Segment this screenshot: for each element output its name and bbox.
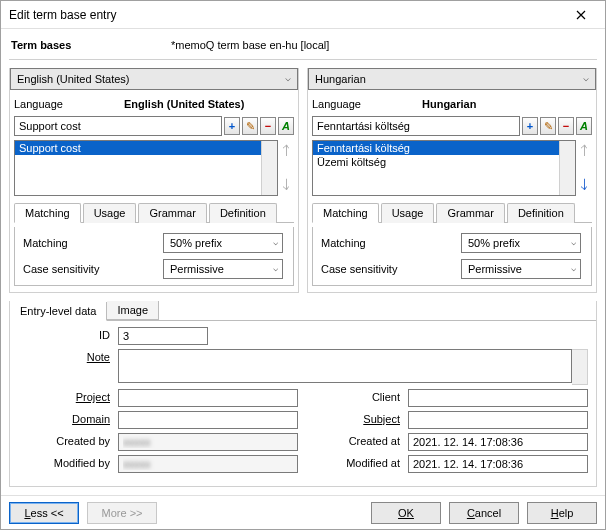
auto-term-button[interactable]: A xyxy=(576,117,592,135)
dialog-footer: Less << More >> OK Cancel Help xyxy=(1,495,605,529)
edit-term-button[interactable]: ✎ xyxy=(540,117,556,135)
lang-value-target: Hungarian xyxy=(422,98,476,110)
auto-term-button[interactable]: A xyxy=(278,117,294,135)
delete-term-button[interactable]: − xyxy=(260,117,276,135)
language-panes: English (United States) ⌵ Language Engli… xyxy=(9,68,597,293)
chevron-down-icon: ⌵ xyxy=(571,263,576,273)
scrollbar[interactable] xyxy=(261,141,277,195)
move-up-icon[interactable]: 🡑 xyxy=(578,144,592,158)
matching-select-source[interactable]: 50% prefix ⌵ xyxy=(163,233,283,253)
edit-term-button[interactable]: ✎ xyxy=(242,117,258,135)
tab-matching[interactable]: Matching xyxy=(312,203,379,223)
tab-usage[interactable]: Usage xyxy=(381,203,435,223)
createdby-field[interactable] xyxy=(118,433,298,451)
case-label: Case sensitivity xyxy=(321,263,461,275)
lang-select-target[interactable]: Hungarian ⌵ xyxy=(308,68,596,90)
term-list-target[interactable]: Fenntartási költség Üzemi költség xyxy=(312,140,576,196)
move-up-icon[interactable]: 🡑 xyxy=(280,144,294,158)
pane-source: English (United States) ⌵ Language Engli… xyxy=(9,68,299,293)
lang-row-target: Language Hungarian xyxy=(312,94,592,112)
pane-target: Hungarian ⌵ Language Hungarian + ✎ − A F… xyxy=(307,68,597,293)
domain-label: Domain xyxy=(18,411,118,425)
chevron-down-icon: ⌵ xyxy=(571,237,576,247)
id-field[interactable] xyxy=(118,327,208,345)
note-label: Note xyxy=(18,349,118,363)
domain-field[interactable] xyxy=(118,411,298,429)
matching-select-target[interactable]: 50% prefix ⌵ xyxy=(461,233,581,253)
dialog-content: Term bases *memoQ term base en-hu [local… xyxy=(1,29,605,495)
case-label: Case sensitivity xyxy=(23,263,163,275)
lang-select-target-value: Hungarian xyxy=(315,73,366,85)
project-field[interactable] xyxy=(118,389,298,407)
entry-tabs: Entry-level data Image xyxy=(10,301,596,321)
reorder-arrows-target: 🡑 🡓 xyxy=(578,140,592,196)
lang-value-source: English (United States) xyxy=(124,98,244,110)
delete-term-button[interactable]: − xyxy=(558,117,574,135)
reorder-arrows-source: 🡑 🡓 xyxy=(280,140,294,196)
entry-body: ID Note Project Domain Created by Mo xyxy=(14,321,592,482)
list-item[interactable]: Fenntartási költség xyxy=(313,141,575,155)
tab-grammar[interactable]: Grammar xyxy=(436,203,504,223)
dialog-edit-term-base-entry: Edit term base entry Term bases *memoQ t… xyxy=(0,0,606,530)
tab-entry-level-data[interactable]: Entry-level data xyxy=(10,302,107,321)
modifiedat-field[interactable] xyxy=(408,455,588,473)
tab-usage[interactable]: Usage xyxy=(83,203,137,223)
scrollbar[interactable] xyxy=(572,349,588,385)
modifiedby-field[interactable] xyxy=(118,455,298,473)
add-term-button[interactable]: + xyxy=(224,117,240,135)
tab-matching[interactable]: Matching xyxy=(14,203,81,223)
termbases-value: *memoQ term base en-hu [local] xyxy=(171,39,329,51)
modifiedat-label: Modified at xyxy=(308,455,408,469)
cancel-button[interactable]: Cancel xyxy=(449,502,519,524)
scrollbar[interactable] xyxy=(559,141,575,195)
list-item[interactable]: Support cost xyxy=(15,141,277,155)
term-input-row-source: + ✎ − A xyxy=(14,116,294,136)
ok-button[interactable]: OK xyxy=(371,502,441,524)
subject-label: Subject xyxy=(308,411,408,425)
case-select-source[interactable]: Permissive ⌵ xyxy=(163,259,283,279)
chevron-down-icon: ⌵ xyxy=(273,237,278,247)
chevron-down-icon: ⌵ xyxy=(583,72,589,83)
entry-block: Entry-level data Image ID Note xyxy=(9,301,597,487)
lang-label-target: Language xyxy=(312,98,422,110)
term-input-target[interactable] xyxy=(312,116,520,136)
createdat-field[interactable] xyxy=(408,433,588,451)
move-down-icon[interactable]: 🡓 xyxy=(280,178,294,192)
more-button: More >> xyxy=(87,502,157,524)
case-select-target[interactable]: Permissive ⌵ xyxy=(461,259,581,279)
tab-grammar[interactable]: Grammar xyxy=(138,203,206,223)
less-button[interactable]: Less << xyxy=(9,502,79,524)
client-field[interactable] xyxy=(408,389,588,407)
subject-field[interactable] xyxy=(408,411,588,429)
project-label: Project xyxy=(18,389,118,403)
titlebar: Edit term base entry xyxy=(1,1,605,29)
chevron-down-icon: ⌵ xyxy=(273,263,278,273)
window-title: Edit term base entry xyxy=(9,8,561,22)
move-down-icon[interactable]: 🡓 xyxy=(578,178,592,192)
lang-select-source[interactable]: English (United States) ⌵ xyxy=(10,68,298,90)
tab-body-source: Matching 50% prefix ⌵ Case sensitivity P… xyxy=(14,227,294,286)
term-input-source[interactable] xyxy=(14,116,222,136)
tab-body-target: Matching 50% prefix ⌵ Case sensitivity P… xyxy=(312,227,592,286)
id-label: ID xyxy=(18,327,118,341)
tab-definition[interactable]: Definition xyxy=(209,203,277,223)
modifiedby-label: Modified by xyxy=(18,455,118,469)
term-tabs-source: Matching Usage Grammar Definition xyxy=(14,202,294,223)
add-term-button[interactable]: + xyxy=(522,117,538,135)
term-tabs-target: Matching Usage Grammar Definition xyxy=(312,202,592,223)
tab-image[interactable]: Image xyxy=(107,301,159,320)
help-button[interactable]: Help xyxy=(527,502,597,524)
createdby-label: Created by xyxy=(18,433,118,447)
list-item[interactable]: Üzemi költség xyxy=(313,155,575,169)
createdat-label: Created at xyxy=(308,433,408,447)
termbases-label: Term bases xyxy=(11,39,171,51)
close-button[interactable] xyxy=(561,2,601,28)
termbase-row: Term bases *memoQ term base en-hu [local… xyxy=(9,35,597,60)
tab-definition[interactable]: Definition xyxy=(507,203,575,223)
term-list-source[interactable]: Support cost xyxy=(14,140,278,196)
note-field[interactable] xyxy=(118,349,572,383)
matching-label: Matching xyxy=(23,237,163,249)
lang-row-source: Language English (United States) xyxy=(14,94,294,112)
client-label: Client xyxy=(308,389,408,403)
chevron-down-icon: ⌵ xyxy=(285,72,291,83)
